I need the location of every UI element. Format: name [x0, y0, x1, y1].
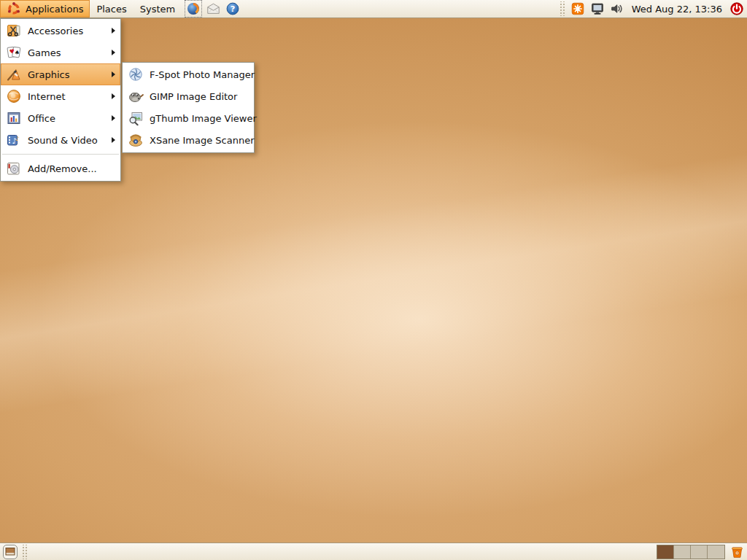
menu-item-label: XSane Image Scanner — [150, 135, 255, 146]
menu-item-games[interactable]: ♥ ♠ Games — [1, 42, 120, 63]
ubuntu-logo-icon — [7, 1, 21, 16]
submenu-arrow-icon — [112, 28, 115, 34]
email-icon — [206, 1, 221, 16]
menu-item-gthumb[interactable]: gThumb Image Viewer — [123, 107, 254, 129]
workspace-2[interactable] — [674, 545, 691, 559]
menu-item-fspot[interactable]: F-Spot Photo Manager — [123, 63, 254, 85]
firefox-icon — [186, 1, 201, 16]
menu-item-label: Office — [28, 113, 55, 124]
bottom-drag-handle[interactable] — [21, 545, 28, 559]
show-desktop-icon — [2, 544, 18, 560]
gimp-icon — [127, 88, 144, 104]
places-menu-button[interactable]: Places — [90, 0, 133, 18]
volume-applet[interactable] — [609, 1, 625, 17]
submenu-arrow-icon — [112, 50, 115, 55]
menu-item-label: gThumb Image Viewer — [150, 113, 257, 124]
menu-item-sound-video[interactable]: ♪ ♪ Sound & Video — [1, 129, 120, 151]
submenu-arrow-icon — [112, 115, 115, 121]
trash-applet[interactable] — [729, 544, 745, 560]
help-icon: ? — [225, 1, 240, 16]
menu-item-label: GIMP Image Editor — [150, 91, 237, 102]
fspot-icon — [127, 66, 144, 82]
games-icon: ♥ ♠ — [5, 44, 23, 61]
power-icon — [729, 1, 744, 16]
svg-text:?: ? — [231, 4, 236, 14]
firefox-launcher[interactable] — [185, 1, 201, 17]
sound-video-icon: ♪ ♪ — [5, 132, 23, 148]
quit-button[interactable] — [729, 1, 745, 17]
xsane-icon — [127, 132, 144, 148]
menu-item-label: Graphics — [28, 69, 69, 80]
update-notifier-icon — [571, 2, 584, 15]
workspace-1[interactable] — [657, 545, 674, 559]
menu-item-label: Games — [28, 47, 61, 58]
graphics-submenu: F-Spot Photo Manager GIMP Image Editor — [122, 62, 255, 153]
menu-item-label: Sound & Video — [28, 135, 98, 146]
top-panel: Applications Places System — [0, 0, 747, 18]
menu-item-label: F-Spot Photo Manager — [150, 69, 255, 80]
show-desktop-button[interactable] — [2, 544, 18, 560]
menu-item-xsane[interactable]: XSane Image Scanner — [123, 129, 254, 151]
display-icon — [590, 1, 605, 16]
trash-icon — [729, 544, 745, 559]
menu-item-office[interactable]: Office — [1, 107, 120, 129]
submenu-arrow-icon — [112, 71, 115, 77]
menu-item-graphics[interactable]: Graphics — [1, 63, 120, 85]
accessories-icon — [5, 23, 23, 39]
submenu-arrow-icon — [112, 137, 115, 143]
applications-menu: Accessories ♥ ♠ Games Graphics — [0, 18, 121, 182]
menu-item-label: Add/Remove... — [28, 163, 97, 174]
svg-text:♪: ♪ — [16, 136, 20, 142]
update-notifier[interactable] — [570, 1, 586, 17]
system-menu-label: System — [140, 4, 175, 15]
submenu-arrow-icon — [112, 93, 115, 99]
workspace-switcher — [657, 545, 725, 559]
add-remove-icon — [5, 160, 23, 176]
applications-menu-label: Applications — [26, 4, 83, 15]
email-launcher[interactable] — [205, 1, 221, 17]
workspace-3[interactable] — [691, 545, 708, 559]
office-icon — [5, 110, 23, 126]
menu-item-label: Accessories — [28, 26, 83, 36]
applications-menu-button[interactable]: Applications — [0, 0, 90, 18]
menu-item-add-remove[interactable]: Add/Remove... — [1, 158, 120, 179]
menu-separator — [2, 154, 119, 155]
svg-text:♠: ♠ — [14, 49, 20, 56]
menu-item-internet[interactable]: Internet — [1, 85, 120, 107]
clock[interactable]: Wed Aug 22, 13:36 — [629, 4, 725, 15]
help-launcher[interactable]: ? — [225, 1, 241, 17]
system-menu-button[interactable]: System — [133, 0, 182, 18]
top-panel-tray: Wed Aug 22, 13:36 — [559, 1, 747, 17]
workspace-4[interactable] — [708, 545, 724, 559]
internet-icon — [5, 88, 23, 104]
bottom-panel — [0, 542, 747, 560]
menu-item-gimp[interactable]: GIMP Image Editor — [123, 85, 254, 107]
graphics-icon — [5, 66, 23, 82]
gthumb-icon — [127, 110, 144, 126]
tray-drag-handle[interactable] — [559, 1, 566, 16]
places-menu-label: Places — [96, 4, 126, 15]
display-applet[interactable] — [589, 1, 605, 17]
volume-icon — [610, 1, 624, 16]
menu-item-label: Internet — [28, 91, 66, 102]
menu-item-accessories[interactable]: Accessories — [1, 20, 120, 42]
